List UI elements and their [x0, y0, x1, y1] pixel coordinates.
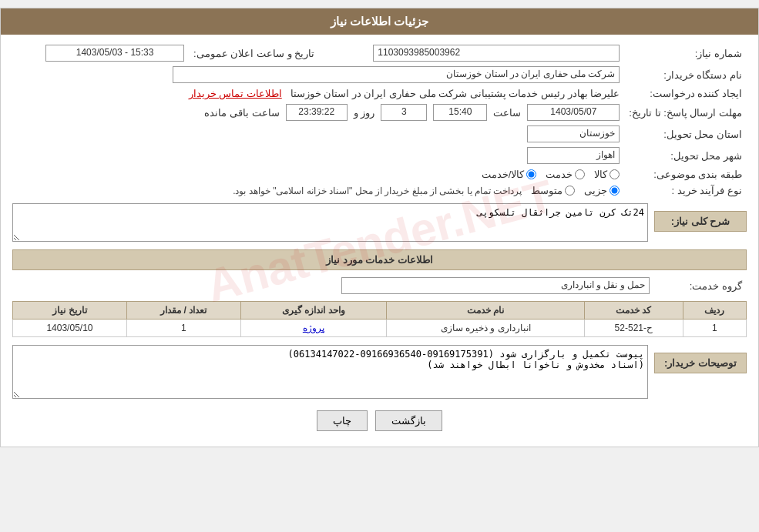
namDastgah-value: شرکت ملی حفاری ایران در استان خوزستان [173, 66, 620, 83]
ostan-label: استان محل تحویل: [624, 123, 747, 145]
saatMandeLabel: ساعت باقی مانده [204, 107, 279, 119]
groheKhedmat-value: حمل و نقل و انبارداری [341, 277, 650, 294]
motavasset-label: متوسط [531, 185, 563, 196]
saatPasokh-value: 15:40 [433, 104, 487, 121]
mohlat-label: مهلت ارسال پاسخ: تا تاریخ: [624, 102, 747, 123]
khedmat-option[interactable]: خدمت [546, 169, 585, 180]
infoSection-label: اطلاعات خدمات مورد نیاز [12, 249, 747, 270]
tosifat-label: توصیحات خریدار: [654, 353, 747, 373]
roozLabel: روز و [354, 107, 375, 119]
tosifat-textarea[interactable] [12, 345, 648, 399]
col-kodKhedmat: کد خدمت [585, 302, 683, 320]
jozee-option[interactable]: جزیی [584, 185, 620, 196]
chap-button[interactable]: چاپ [317, 410, 368, 431]
shomareNiaz-value: 1103093985003962 [373, 45, 620, 62]
ostan-value: خوزستان [527, 125, 620, 142]
table-row: 1ح-521-52انبارداری و ذخیره سازیپروژه1140… [13, 320, 747, 337]
kala-label: کالا [594, 169, 607, 180]
shahr-label: شهر محل تحویل: [624, 145, 747, 166]
roozValue: 3 [381, 104, 427, 121]
sharhKolli-textarea[interactable] [12, 203, 648, 242]
jozee-label: جزیی [584, 185, 607, 196]
farayandDesc: پرداخت تمام یا بخشی از مبلغ خریدار از مح… [233, 186, 522, 196]
button-group: بازگشت چاپ [12, 410, 747, 431]
page-title: جزئیات اطلاعات نیاز [1, 8, 758, 35]
khedmat-label: خدمت [546, 169, 573, 180]
col-namKhedmat: نام خدمت [386, 302, 584, 320]
kala-option[interactable]: کالا [594, 169, 620, 180]
tarikhSaatElan-label: تاریخ و ساعت اعلان عمومی: [189, 42, 319, 64]
col-vahed: واحد اندازه گیری [240, 302, 386, 320]
ijadKonande-value: علیرضا بهادر رئیس خدمات پشتیبانی شرکت مل… [291, 88, 620, 99]
tarikhSaatElan-value: 1403/05/03 - 15:33 [45, 45, 184, 62]
kalaKhedmat-option[interactable]: کالا/خدمت [482, 169, 537, 180]
shahr-value: اهواز [527, 147, 620, 164]
tarikhPasokh-value: 1403/05/07 [527, 104, 620, 121]
ettelaatTamas-link[interactable]: اطلاعات تماس خریدار [189, 88, 282, 99]
col-radif: ردیف [683, 302, 747, 320]
kalaKhedmat-label: کالا/خدمت [482, 169, 525, 180]
namDastgah-label: نام دستگاه خریدار: [624, 64, 747, 85]
saatMande-value: 23:39:22 [286, 104, 348, 121]
motavasset-option[interactable]: متوسط [531, 185, 575, 196]
tabaqeBandi-label: طبقه بندی موضوعی: [624, 166, 747, 182]
col-tedad: تعداد / مقدار [126, 302, 240, 320]
ijadKonande-label: ایجاد کننده درخواست: [624, 85, 747, 102]
groheKhedmat-label: گروه خدمت: [654, 275, 747, 296]
saatPasokh-label: ساعت [493, 107, 521, 119]
bazgasht-button[interactable]: بازگشت [375, 410, 442, 431]
shomareNiaz-label: شماره نیاز: [624, 42, 747, 64]
services-table: ردیف کد خدمت نام خدمت واحد اندازه گیری ت… [12, 301, 747, 337]
sharhKolli-label: شرح کلی نیاز: [654, 211, 747, 232]
noeFarayand-label: نوع فرآیند خرید : [624, 182, 747, 199]
col-tarikh: تاریخ نیاز [13, 302, 127, 320]
